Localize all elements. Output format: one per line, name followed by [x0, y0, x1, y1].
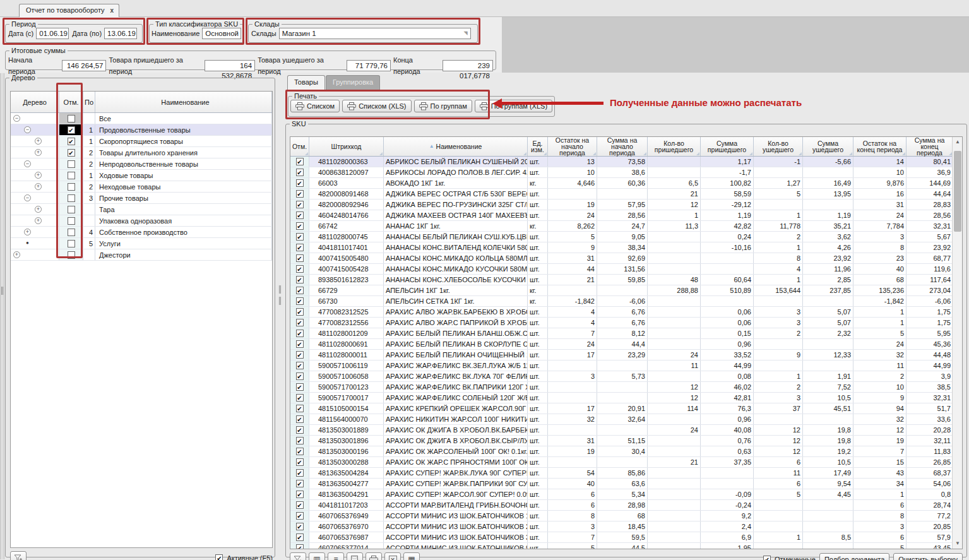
- sku-row[interactable]: 5900571700017АРАХИС ЖАР.ФЕЛИКС СОЛЕНЫЙ 1…: [290, 393, 953, 403]
- sku-row[interactable]: 66742АНАНАС 1КГ 1кг.кг.8,26224,711,342,8…: [290, 221, 953, 232]
- sku-row-checkbox[interactable]: [296, 211, 304, 219]
- sku-row[interactable]: 4607065377014АССОРТИ МИНИС ИЗ ШОК.БАТОНЧ…: [290, 543, 953, 549]
- sku-row[interactable]: 4770082312556АРАХИС АЛВО ЖАР.С ПАПРИКОЙ …: [290, 318, 953, 328]
- tree-col-marked[interactable]: Отм.: [59, 92, 83, 112]
- tree-col-tree[interactable]: Дерево: [11, 92, 59, 112]
- sku-col-out-qty[interactable]: Кол-во ушедшего: [754, 137, 803, 156]
- sku-row-checkbox[interactable]: [296, 523, 304, 530]
- sku-col-end-sum[interactable]: Сумма на конец периода: [907, 137, 953, 156]
- print-list-xls-button[interactable]: Списком (XLS): [342, 100, 411, 112]
- tree-col-po[interactable]: По: [83, 92, 95, 112]
- expand-icon[interactable]: +: [35, 138, 42, 145]
- document-pick-button[interactable]: Подбор документа: [819, 553, 889, 560]
- sku-row-checkbox[interactable]: [296, 254, 304, 262]
- tree-row-checkbox[interactable]: [68, 217, 75, 225]
- scrollbar-thumb[interactable]: [954, 151, 961, 232]
- sku-row-checkbox[interactable]: [296, 458, 304, 466]
- dropdown-arrow-icon[interactable]: ◥: [464, 28, 468, 39]
- vertical-scrollbar[interactable]: ▲ ▼: [952, 137, 962, 549]
- sku-row-checkbox[interactable]: [296, 512, 304, 520]
- sku-row-checkbox[interactable]: [296, 351, 304, 359]
- sku-row[interactable]: 5900571006119АРАХИС ЖАР.ФЕЛИКС ВК.ЗЕЛ.ЛУ…: [290, 360, 953, 371]
- sku-row-checkbox[interactable]: [296, 405, 304, 412]
- collapse-icon[interactable]: −: [24, 194, 31, 201]
- sku-row-checkbox[interactable]: [296, 265, 304, 273]
- sku-col-end-qty[interactable]: Остаток на конец периода: [853, 137, 907, 156]
- sku-row[interactable]: 4811028000363АБРИКОС БЕЛЫЙ ПЕЛИКАН СУШЕН…: [290, 157, 953, 167]
- sku-col-begin-qty[interactable]: Остаток на начало периода: [548, 137, 597, 156]
- sku-row-checkbox[interactable]: [296, 394, 304, 402]
- tree-row[interactable]: +2Товары длительного хранения: [11, 147, 272, 158]
- tree-row[interactable]: +4Собственное производство: [11, 227, 272, 238]
- sku-row[interactable]: 4815105000154АРАХИС КРЕПКИЙ ОРЕШЕК ЖАР.С…: [290, 403, 953, 414]
- date-from-input[interactable]: 01.06.19: [36, 28, 69, 39]
- sku-row-checkbox[interactable]: [296, 491, 304, 498]
- sku-row[interactable]: 4607065376987АССОРТИ МИНИС ИЗ ШОК.БАТОНЧ…: [290, 532, 953, 543]
- sku-row-checkbox[interactable]: [296, 533, 304, 541]
- expand-icon[interactable]: +: [35, 217, 42, 224]
- sku-row-checkbox[interactable]: [296, 308, 304, 316]
- panel-splitter[interactable]: [278, 73, 282, 559]
- sku-row-checkbox[interactable]: [296, 233, 304, 241]
- sku-row-checkbox[interactable]: [296, 501, 304, 509]
- tree-row[interactable]: −3Прочие товары: [11, 193, 272, 204]
- collapse-icon[interactable]: −: [24, 126, 31, 133]
- sku-row[interactable]: 4813503001889АРАХИС ОК ДЖИГА В ХР.ОБОЛ.В…: [290, 425, 953, 436]
- sku-row[interactable]: 4820008091468АДЖИКА ВЕРЕС ОСТРАЯ СТ/Б 53…: [290, 189, 953, 200]
- sku-row[interactable]: 4811028001209АРАХИС БЕЛЫЙ ПЕЛИКАН БЛАНШ.…: [290, 328, 953, 339]
- sku-row-checkbox[interactable]: [296, 544, 304, 549]
- filter-add-button[interactable]: [290, 552, 306, 560]
- expand-icon[interactable]: +: [13, 251, 20, 258]
- expand-icon[interactable]: +: [35, 172, 42, 179]
- sku-col-barcode[interactable]: Штрихкод: [309, 137, 384, 156]
- sku-row[interactable]: 4813503001896АРАХИС ОК ДЖИГА В ХР.ОБОЛ.В…: [290, 436, 953, 446]
- expand-icon[interactable]: +: [35, 183, 42, 190]
- sku-row[interactable]: 5900571700123АРАХИС ЖАР.ФЕЛИКС ВК.ПАПРИК…: [290, 382, 953, 393]
- grid-cell-button[interactable]: ▦: [403, 552, 420, 560]
- calculator-add-button[interactable]: [347, 552, 363, 560]
- sku-row[interactable]: 4008638120097АБРИКОСЫ ЛОРАДО ПОЛОВ.В ЛЕГ…: [290, 167, 953, 178]
- tree-row[interactable]: −1Продовольственные товары: [11, 124, 272, 136]
- sku-row-checkbox[interactable]: [296, 179, 304, 187]
- sku-row[interactable]: 4820008092946АДЖИКА ВЕРЕС ПО-ГРУЗИНСКИ 3…: [290, 200, 953, 210]
- sku-col-unit[interactable]: Ед. изм.: [528, 137, 548, 156]
- sku-row[interactable]: 4607065376949АССОРТИ МИНИС ИЗ ШОК.БАТОНЧ…: [290, 511, 953, 521]
- sku-col-marked[interactable]: Отм.: [290, 137, 309, 156]
- numbered-list-button[interactable]: ≡: [328, 552, 344, 560]
- sku-row[interactable]: 4811028000745АНАНАСЫ БЕЛЫЙ ПЕЛИКАН СУШ.К…: [290, 232, 953, 242]
- sku-row-checkbox[interactable]: [296, 276, 304, 283]
- scroll-down-icon[interactable]: ▼: [953, 539, 963, 549]
- expand-icon[interactable]: +: [35, 206, 42, 213]
- sku-row-checkbox[interactable]: [296, 287, 304, 294]
- sku-row-checkbox[interactable]: [296, 244, 304, 251]
- tree-row-checkbox[interactable]: [68, 240, 75, 247]
- sku-row-checkbox[interactable]: [296, 415, 304, 423]
- tree-row[interactable]: +2Неходовые товары: [11, 181, 272, 193]
- sku-row[interactable]: 4811564000070АРАХИС НИКИТИН ЖАР.СОЛ 100Г…: [290, 414, 953, 425]
- tree-row-checkbox[interactable]: [68, 149, 75, 157]
- sku-row[interactable]: 4811028000691АРАХИС БЕЛЫЙ ПЕЛИКАН В СКОР…: [290, 339, 953, 350]
- tree-row[interactable]: −2Непродовольственные товары: [11, 158, 272, 170]
- sku-row-checkbox[interactable]: [296, 448, 304, 455]
- sku-row[interactable]: 4813635004291АРАХИС СУПЕР! ЖАР.СОЛ.90Г С…: [290, 489, 953, 500]
- sku-row[interactable]: 4813503000196АРАХИС ОК ЖАР.СОЛЕНЫЙ 100Г …: [290, 446, 953, 457]
- tree-row-checkbox[interactable]: [68, 229, 75, 236]
- sku-row[interactable]: 4604248014766АДЖИКА МАХЕЕВ ОСТРАЯ 140Г М…: [290, 210, 953, 221]
- sku-row-checkbox[interactable]: [296, 426, 304, 434]
- sku-col-out-sum[interactable]: Сумма ушедшего: [803, 137, 853, 156]
- tree-row-checkbox[interactable]: [68, 172, 75, 179]
- collapse-icon[interactable]: −: [13, 115, 20, 122]
- excel-button[interactable]: X: [384, 552, 401, 560]
- tree-row[interactable]: −Все: [11, 113, 272, 124]
- report-tab[interactable]: Отчет по товарооборотуx: [19, 4, 119, 17]
- sku-row-checkbox[interactable]: [296, 330, 304, 337]
- sku-row[interactable]: 4770082312525АРАХИС АЛВО ЖАР.ВК.БАРБЕКЮ …: [290, 307, 953, 318]
- expand-icon[interactable]: +: [35, 149, 42, 156]
- marked-checkbox[interactable]: [763, 556, 771, 560]
- columns-button[interactable]: ▥: [309, 552, 325, 560]
- active-checkbox[interactable]: [215, 554, 223, 560]
- sku-row-checkbox[interactable]: [296, 169, 304, 176]
- sku-row-checkbox[interactable]: [296, 383, 304, 391]
- tab-grouping[interactable]: Группировка: [326, 75, 380, 90]
- printer-button[interactable]: [366, 552, 382, 560]
